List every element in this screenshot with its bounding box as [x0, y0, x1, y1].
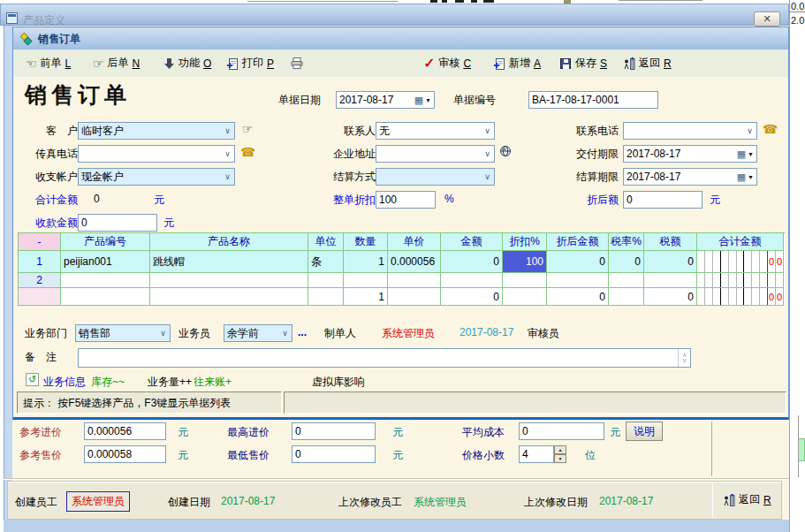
settle-due-date-field[interactable]: 2017-08-17 ▦▼ [623, 168, 757, 186]
salesman-combo[interactable]: 余学前 ∨ [224, 324, 292, 342]
dropdown-arrow-icon[interactable]: ∨ [481, 172, 494, 181]
address-combo[interactable]: ∨ [376, 145, 495, 163]
row1-net[interactable]: 0 [547, 251, 609, 273]
salesman-label: 业务员 [178, 326, 210, 340]
grid-header-price: 单价 [388, 233, 441, 251]
row2-amount[interactable] [441, 273, 503, 288]
ref-sell-input[interactable] [84, 445, 166, 463]
globe-icon[interactable] [498, 145, 513, 159]
bg-fragment-mid: 2.0 [791, 15, 804, 26]
dropdown-arrow-icon[interactable]: ∨ [278, 329, 292, 338]
stock-link[interactable]: 库存~~ [91, 375, 125, 389]
received-input[interactable] [78, 214, 157, 232]
price-dec-input[interactable] [519, 445, 554, 463]
doc-date-field[interactable]: 2017-08-17 ▦▼ [336, 91, 435, 109]
audit-button[interactable]: ✓ 审核C [423, 49, 471, 77]
dropdown-arrow-icon[interactable]: ∨ [221, 149, 234, 158]
spinner-down-icon[interactable]: ∨ [682, 358, 687, 363]
business-info-icon[interactable]: ↺ [26, 373, 39, 386]
row2-taxrate[interactable] [609, 273, 644, 288]
row2-name[interactable] [150, 273, 308, 288]
row1-discount-selected-cell[interactable]: 100 [503, 251, 547, 273]
customer-lookup-icon[interactable]: ☞ [240, 122, 254, 136]
min-sell-input[interactable] [292, 445, 376, 463]
grid-header-row: - 产品编号 产品名称 单位 数量 单价 金额 折扣% 折后金额 税率% 税额 … [19, 233, 785, 251]
spin-up-icon[interactable]: ▲ [554, 445, 566, 454]
volume-link[interactable]: 业务量++ [148, 375, 192, 389]
arap-link[interactable]: 往来账+ [194, 375, 232, 389]
remark-spinner[interactable]: ∧∨ [678, 349, 690, 367]
explain-button[interactable]: 说明 [626, 422, 663, 441]
ledger-grid [697, 273, 783, 287]
row1-amount[interactable]: 0 [441, 251, 503, 273]
row1-unit[interactable]: 条 [308, 251, 344, 273]
row2-net[interactable] [547, 273, 609, 288]
dropdown-arrow-icon[interactable]: ∨ [743, 126, 756, 135]
remark-field[interactable]: ∧∨ [78, 348, 691, 368]
return-button[interactable]: 返回R [623, 49, 672, 77]
row1-total-ledger[interactable]: 00 [697, 251, 784, 273]
return-button-key: R [664, 57, 672, 70]
settle-due-label: 结算期限 [566, 170, 619, 184]
row2-discount[interactable] [503, 273, 547, 288]
function-button[interactable]: 功能O [163, 49, 211, 77]
left-strip[interactable] [4, 26, 12, 520]
row1-tax[interactable]: 0 [644, 251, 697, 273]
row1-num[interactable]: 1 [19, 251, 61, 273]
contact-phone-combo[interactable]: ∨ [623, 122, 757, 140]
row1-code[interactable]: peijian001 [61, 251, 150, 273]
business-info-link[interactable]: 业务信息 [43, 375, 86, 389]
dept-combo[interactable]: 销售部 ∨ [75, 324, 171, 342]
fax-combo[interactable]: ∨ [78, 145, 235, 163]
new-doc-icon [493, 57, 505, 70]
contact-phone-icon[interactable]: ☎ [763, 122, 777, 136]
order-discount-input[interactable] [376, 191, 436, 209]
row2-tax[interactable] [644, 273, 697, 288]
dropdown-arrow-icon[interactable]: ∨ [221, 126, 234, 135]
dropdown-arrow-icon[interactable]: ∨ [221, 172, 234, 181]
footer-back-button[interactable]: 返回R [723, 492, 771, 507]
max-buy-input[interactable] [292, 422, 376, 440]
dropdown-arrow-icon[interactable]: ∨ [156, 329, 170, 338]
discounted-input[interactable] [623, 191, 702, 209]
prev-button[interactable]: ☜ 前单L [26, 49, 71, 77]
calendar-dropdown-icon[interactable]: ▦▼ [737, 172, 756, 182]
row1-taxrate[interactable]: 0 [609, 251, 644, 273]
discounted-label: 折后额 [566, 193, 619, 207]
doc-no-field[interactable]: BA-17-08-17-0001 [528, 91, 658, 109]
next-button[interactable]: ☞ 后单N [93, 49, 140, 77]
row2-price[interactable] [388, 273, 441, 288]
dropdown-arrow-icon[interactable]: ∨ [481, 126, 494, 135]
calendar-dropdown-icon[interactable]: ▦▼ [737, 149, 756, 159]
delivery-date-field[interactable]: 2017-08-17 ▦▼ [623, 145, 757, 163]
remark-input[interactable] [79, 349, 678, 367]
row1-name[interactable]: 跳线帽 [150, 251, 308, 273]
row1-qty[interactable]: 1 [344, 251, 388, 273]
save-button[interactable]: 保存S [559, 49, 607, 77]
printer-button[interactable] [290, 49, 304, 77]
row2-unit[interactable] [308, 273, 344, 288]
account-combo[interactable]: 现金帐户 ∨ [78, 168, 235, 186]
add-button[interactable]: 新增A [493, 49, 541, 77]
total-ledger-fen: 0 [776, 288, 783, 305]
fax-phone-icon[interactable]: ☎ [240, 145, 254, 159]
customer-combo[interactable]: 临时客户 ∨ [78, 122, 235, 140]
row2-code[interactable] [61, 273, 150, 288]
dropdown-arrow-icon[interactable]: ∨ [481, 149, 494, 158]
row2-num[interactable]: 2 [19, 273, 61, 288]
bg-mark-2 [442, 0, 447, 3]
close-button[interactable]: ✕ [754, 11, 780, 27]
avg-cost-input[interactable] [519, 422, 604, 440]
row2-qty[interactable] [344, 273, 388, 288]
spin-down-icon[interactable]: ▼ [554, 454, 566, 463]
contact-combo[interactable]: 无 ∨ [376, 122, 495, 140]
price-dec-spinner[interactable]: ▲▼ [554, 445, 566, 463]
print-button[interactable]: 打印P [226, 49, 274, 77]
calendar-dropdown-icon[interactable]: ▦▼ [414, 95, 434, 105]
auditor-label: 审核员 [528, 326, 559, 340]
settle-method-combo[interactable]: ∨ [376, 168, 495, 186]
more-link[interactable]: ... [298, 326, 307, 340]
row1-price[interactable]: 0.000056 [388, 251, 441, 273]
row2-total-ledger[interactable] [697, 273, 784, 288]
ref-buy-input[interactable] [84, 422, 166, 440]
